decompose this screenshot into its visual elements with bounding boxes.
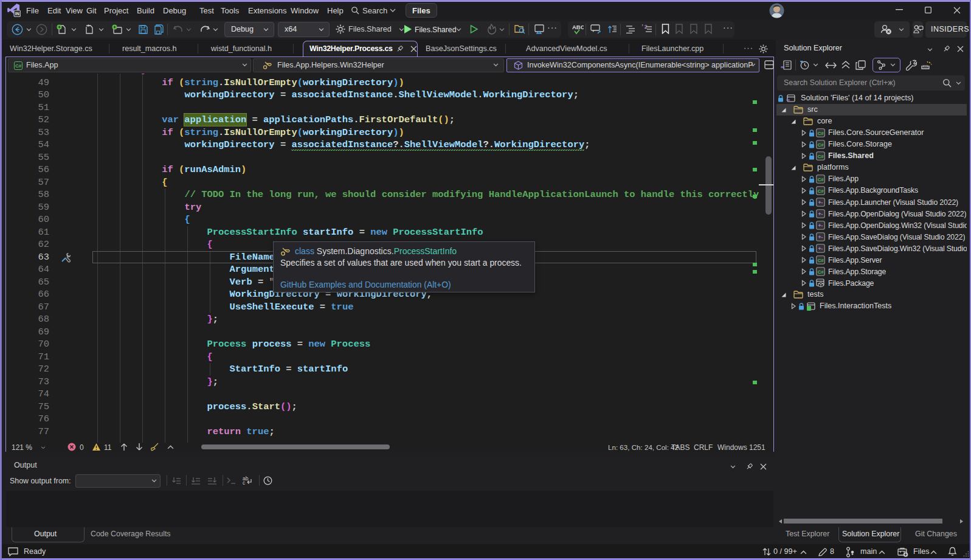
- svg-text:C#: C#: [15, 63, 22, 69]
- svg-text:+-: +-: [818, 234, 823, 240]
- svg-text:IN: IN: [15, 12, 19, 16]
- svg-text:C#: C#: [817, 142, 824, 147]
- svg-text:C#: C#: [817, 258, 824, 263]
- svg-text:C#: C#: [817, 176, 824, 182]
- svg-text:+-: +-: [818, 223, 823, 229]
- svg-text:'2: '2: [641, 24, 648, 30]
- svg-text:C#: C#: [817, 188, 824, 193]
- svg-text:+-: +-: [818, 246, 823, 252]
- svg-text:∞: ∞: [781, 64, 785, 70]
- svg-text:C#: C#: [817, 153, 824, 159]
- svg-text:+-: +-: [818, 199, 823, 205]
- svg-text:ABC: ABC: [572, 24, 584, 30]
- svg-text:+-: +-: [818, 211, 823, 217]
- svg-text:C#: C#: [817, 130, 824, 136]
- svg-text:C#: C#: [817, 269, 824, 275]
- svg-text:∞: ∞: [786, 97, 790, 103]
